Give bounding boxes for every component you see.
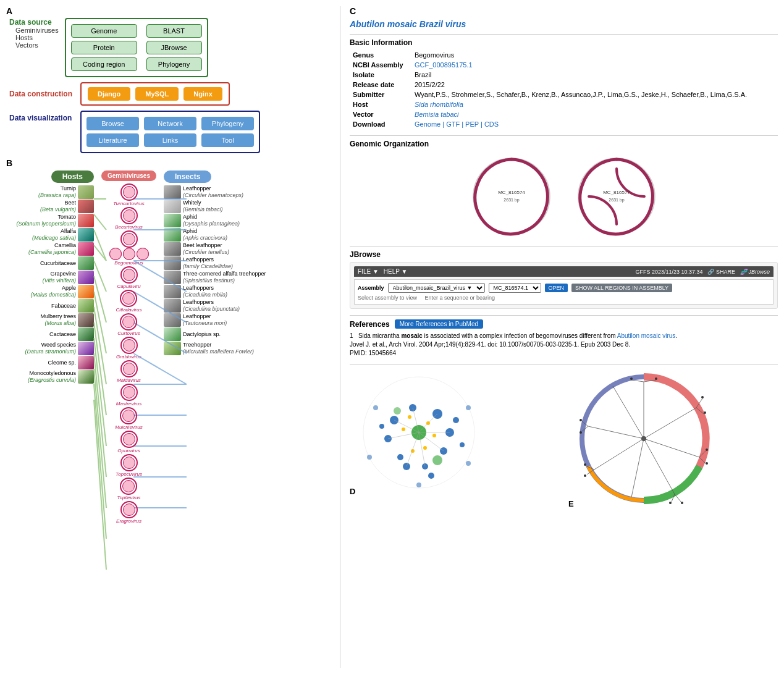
list-item: Cleome sp. bbox=[48, 356, 94, 369]
list-item: Apple(Malus domestica) bbox=[30, 285, 94, 298]
phylogeny-viz-btn[interactable]: Phylogeny bbox=[201, 117, 254, 130]
svg-line-58 bbox=[419, 432, 444, 451]
references-title: References bbox=[350, 320, 390, 329]
jbrowse-assembly-label: Assembly bbox=[358, 285, 384, 291]
basic-info-table: Genus Begomovirus NCBI Assembly GCF_0008… bbox=[350, 50, 778, 129]
network-btn[interactable]: Network bbox=[144, 117, 196, 130]
list-item: Beet(Beta vulgaris) bbox=[40, 200, 94, 213]
svg-line-72 bbox=[644, 439, 699, 457]
svg-point-100 bbox=[580, 419, 582, 421]
tool-btn[interactable]: Tool bbox=[201, 133, 254, 147]
network-visualization bbox=[357, 371, 481, 494]
svg-point-91 bbox=[655, 377, 657, 380]
links-btn[interactable]: Links bbox=[144, 133, 196, 147]
coding-region-btn[interactable]: Coding region bbox=[71, 57, 137, 71]
basic-info-title: Basic Information bbox=[350, 38, 778, 47]
vector-value[interactable]: Bemisia tabaci bbox=[411, 109, 778, 119]
svg-point-63 bbox=[466, 405, 471, 410]
svg-line-73 bbox=[644, 439, 675, 494]
viruses-column: Geminiviruses Turncurtovirus Becurtoviru… bbox=[96, 171, 161, 524]
svg-line-74 bbox=[631, 439, 644, 497]
svg-point-90 bbox=[630, 377, 633, 380]
vector-label: Vector bbox=[350, 109, 411, 119]
list-item: Becurtovirus bbox=[115, 207, 142, 230]
genomic-circle-2: MC_816577 2631 bp bbox=[573, 153, 660, 240]
submitter-value: Wyant,P.S., Strohmeler,S., Schafer,B., K… bbox=[411, 90, 778, 99]
basic-info-section: Basic Information Genus Begomovirus NCBI… bbox=[350, 38, 778, 129]
svg-point-51 bbox=[432, 434, 436, 437]
svg-line-78 bbox=[631, 380, 644, 382]
svg-line-71 bbox=[644, 408, 696, 439]
panel-e: E bbox=[568, 371, 778, 508]
nginx-btn[interactable]: Nginx bbox=[183, 87, 222, 101]
protein-btn[interactable]: Protein bbox=[71, 41, 137, 54]
mysql-btn[interactable]: MySQL bbox=[135, 87, 179, 101]
svg-point-48 bbox=[402, 428, 405, 431]
svg-point-37 bbox=[397, 454, 403, 460]
panel-e-label: E bbox=[568, 499, 574, 508]
data-source-hosts: Hosts bbox=[15, 34, 59, 41]
list-item: Mulberry trees(Morus alba) bbox=[40, 313, 94, 327]
svg-point-62 bbox=[373, 405, 378, 410]
more-refs-btn[interactable]: More References in PubMed bbox=[395, 319, 483, 329]
jbrowse-open-btn[interactable]: OPEN bbox=[545, 284, 568, 292]
ncbi-value[interactable]: GCF_000895175.1 bbox=[411, 60, 778, 70]
django-btn[interactable]: Django bbox=[88, 87, 130, 101]
svg-text:MC_816574: MC_816574 bbox=[498, 190, 525, 195]
svg-line-76 bbox=[588, 426, 644, 439]
host-value[interactable]: Sida rhombifolia bbox=[411, 99, 778, 109]
panel-d: D bbox=[350, 371, 559, 508]
list-item: Monocotyledonous(Eragrostis curvula) bbox=[28, 370, 94, 384]
isolate-label: Isolate bbox=[350, 70, 411, 80]
svg-point-101 bbox=[580, 431, 582, 434]
browse-btn[interactable]: Browse bbox=[86, 117, 139, 130]
svg-point-102 bbox=[641, 436, 646, 441]
genome-btn[interactable]: Genome bbox=[71, 24, 137, 38]
jbrowse-title: JBrowse bbox=[350, 250, 778, 259]
svg-point-68 bbox=[394, 407, 401, 415]
svg-point-94 bbox=[706, 449, 708, 451]
svg-point-45 bbox=[453, 417, 459, 423]
svg-point-99 bbox=[584, 474, 586, 477]
list-item: Weed species(Datura stramonium) bbox=[25, 342, 94, 355]
phylogeny-visualization bbox=[576, 371, 712, 507]
list-item: Treehopper(Micrutalis malleifera Fowler) bbox=[164, 342, 254, 355]
literature-btn[interactable]: Literature bbox=[86, 133, 139, 147]
jbrowse-help-menu[interactable]: HELP ▼ bbox=[384, 268, 408, 275]
jbrowse-datetime: GFFS 2023/11/23 10:37:34 bbox=[635, 269, 702, 275]
jbrowse-assembly-select[interactable]: Abutilon_mosaic_Brazil_virus ▼ bbox=[388, 283, 485, 293]
list-item: Three-cornered alfalfa treehopper(Spissi… bbox=[164, 271, 266, 284]
jbrowse-sequence-select[interactable]: MC_816574.1 bbox=[489, 283, 541, 293]
svg-text:MC_816577: MC_816577 bbox=[603, 190, 630, 195]
isolate-value: Brazil bbox=[411, 70, 778, 80]
svg-point-98 bbox=[584, 463, 586, 466]
panel-d-label: D bbox=[350, 487, 355, 496]
svg-point-93 bbox=[704, 411, 706, 414]
section-b-label: B bbox=[6, 158, 12, 168]
data-source-geminiviruses: Geminiviruses bbox=[15, 27, 59, 34]
list-item: Fabaceae bbox=[51, 299, 94, 313]
download-label: Download bbox=[350, 119, 411, 129]
list-item: Begomovirus bbox=[109, 230, 149, 266]
phylogeny-btn[interactable]: Phylogeny bbox=[146, 57, 202, 71]
svg-line-85 bbox=[675, 494, 681, 502]
list-item: Capulaviru bbox=[117, 266, 140, 289]
jbrowse-section: JBrowse FILE ▼ HELP ▼ GFFS 2023/11/23 10… bbox=[350, 250, 778, 309]
blast-btn[interactable]: BLAST bbox=[146, 24, 202, 38]
jbrowse-show-all-btn[interactable]: SHOW ALL REGIONS IN ASSEMBLY bbox=[571, 284, 672, 292]
genomic-section: Genomic Organization MC_816574 2631 bp bbox=[350, 140, 778, 240]
jbrowse-share-btn[interactable]: 🔗 SHARE bbox=[707, 269, 735, 275]
svg-point-95 bbox=[706, 462, 708, 465]
genomic-title: Genomic Organization bbox=[350, 140, 778, 148]
list-item: Alfalfa(Medicago sativa) bbox=[32, 228, 94, 242]
list-item: Turnip(Brassica rapa) bbox=[38, 185, 94, 199]
list-item: Leafhopper(Tautoneura mori) bbox=[164, 313, 227, 327]
download-value[interactable]: Genome | GTF | PEP | CDS bbox=[411, 119, 778, 129]
jbrowse-btn[interactable]: JBrowse bbox=[146, 41, 202, 54]
viruses-header: Geminiviruses bbox=[101, 171, 156, 181]
insects-column: Insects Leafhopper(Circulifer haematocep… bbox=[164, 171, 269, 524]
jbrowse-file-menu[interactable]: FILE ▼ bbox=[358, 268, 379, 275]
svg-line-77 bbox=[613, 386, 644, 439]
list-item: Leafhopper(Circulifer haematoceps) bbox=[164, 185, 243, 199]
svg-point-97 bbox=[681, 502, 683, 504]
